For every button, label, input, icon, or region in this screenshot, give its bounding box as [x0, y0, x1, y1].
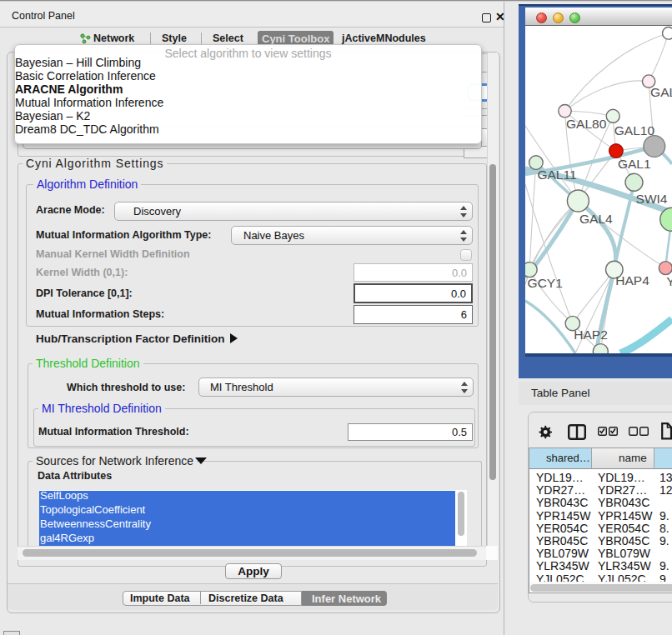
svg-text:GAL1: GAL1	[618, 157, 651, 171]
svg-text:SWI4: SWI4	[636, 192, 668, 206]
svg-text:Y: Y	[666, 274, 672, 288]
svg-text:GAL80: GAL80	[566, 117, 607, 131]
svg-text:GAL11: GAL11	[537, 168, 576, 182]
svg-text:GAL7: GAL7	[650, 85, 672, 99]
svg-text:GAL10: GAL10	[614, 123, 655, 138]
svg-text:GAL4: GAL4	[579, 212, 613, 226]
svg-text:GCY1: GCY1	[528, 276, 563, 290]
svg-text:HAP2: HAP2	[574, 328, 608, 342]
svg-text:HAP4: HAP4	[615, 273, 649, 288]
